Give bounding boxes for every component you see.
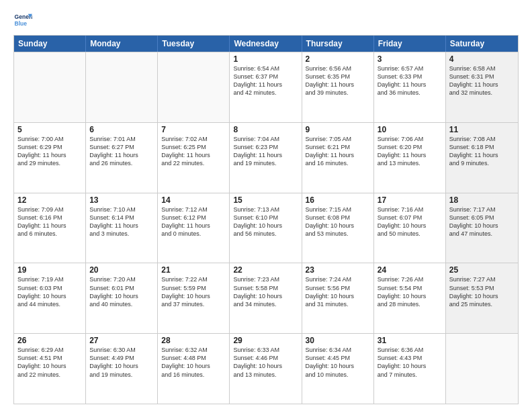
day-info: Sunrise: 7:16 AM Sunset: 6:07 PM Dayligh…: [378, 205, 442, 238]
header-day-saturday: Saturday: [446, 36, 518, 52]
day-info: Sunrise: 7:15 AM Sunset: 6:08 PM Dayligh…: [306, 205, 370, 238]
cal-cell-3-3: 22Sunrise: 7:23 AM Sunset: 5:58 PM Dayli…: [230, 263, 302, 333]
day-info: Sunrise: 6:33 AM Sunset: 4:46 PM Dayligh…: [233, 346, 298, 379]
day-number: 20: [89, 265, 154, 275]
day-number: 4: [449, 54, 515, 64]
day-info: Sunrise: 7:26 AM Sunset: 5:54 PM Dayligh…: [378, 275, 442, 308]
day-info: Sunrise: 7:00 AM Sunset: 6:29 PM Dayligh…: [17, 135, 82, 168]
cal-cell-3-2: 21Sunrise: 7:22 AM Sunset: 5:59 PM Dayli…: [158, 263, 230, 333]
cal-cell-2-0: 12Sunrise: 7:09 AM Sunset: 6:16 PM Dayli…: [14, 193, 86, 263]
cal-cell-1-3: 8Sunrise: 7:04 AM Sunset: 6:23 PM Daylig…: [230, 123, 302, 193]
header-day-thursday: Thursday: [302, 36, 374, 52]
day-number: 13: [89, 195, 154, 205]
cal-cell-0-6: 4Sunrise: 6:58 AM Sunset: 6:31 PM Daylig…: [446, 52, 518, 122]
cal-cell-2-5: 17Sunrise: 7:16 AM Sunset: 6:07 PM Dayli…: [374, 193, 446, 263]
day-number: 24: [378, 265, 442, 275]
cal-cell-0-1: [86, 52, 158, 122]
day-info: Sunrise: 7:05 AM Sunset: 6:21 PM Dayligh…: [306, 135, 370, 168]
day-number: 31: [378, 336, 442, 345]
day-number: 30: [306, 336, 370, 345]
cal-cell-4-3: 29Sunrise: 6:33 AM Sunset: 4:46 PM Dayli…: [230, 334, 302, 404]
day-number: 11: [449, 125, 515, 134]
cal-cell-4-6: [446, 334, 518, 404]
day-number: 2: [306, 54, 370, 64]
day-info: Sunrise: 6:34 AM Sunset: 4:45 PM Dayligh…: [306, 346, 370, 379]
day-info: Sunrise: 6:57 AM Sunset: 6:33 PM Dayligh…: [378, 64, 442, 97]
day-info: Sunrise: 7:22 AM Sunset: 5:59 PM Dayligh…: [161, 275, 226, 308]
header-day-tuesday: Tuesday: [158, 36, 230, 52]
logo-icon: General Blue: [13, 11, 32, 30]
day-info: Sunrise: 7:12 AM Sunset: 6:12 PM Dayligh…: [161, 205, 226, 238]
day-number: 3: [378, 54, 442, 64]
cal-cell-3-5: 24Sunrise: 7:26 AM Sunset: 5:54 PM Dayli…: [374, 263, 446, 333]
cal-cell-0-0: [14, 52, 86, 122]
cal-cell-1-2: 7Sunrise: 7:02 AM Sunset: 6:25 PM Daylig…: [158, 123, 230, 193]
day-info: Sunrise: 7:02 AM Sunset: 6:25 PM Dayligh…: [161, 135, 226, 168]
day-info: Sunrise: 6:58 AM Sunset: 6:31 PM Dayligh…: [449, 64, 515, 97]
day-info: Sunrise: 7:01 AM Sunset: 6:27 PM Dayligh…: [89, 135, 154, 168]
day-number: 9: [306, 125, 370, 134]
day-info: Sunrise: 7:20 AM Sunset: 6:01 PM Dayligh…: [89, 275, 154, 308]
cal-cell-1-1: 6Sunrise: 7:01 AM Sunset: 6:27 PM Daylig…: [86, 123, 158, 193]
day-info: Sunrise: 7:13 AM Sunset: 6:10 PM Dayligh…: [233, 205, 298, 238]
day-number: 21: [161, 265, 226, 275]
day-number: 8: [233, 125, 298, 134]
calendar-row-4: 26Sunrise: 6:29 AM Sunset: 4:51 PM Dayli…: [14, 333, 518, 404]
day-info: Sunrise: 7:17 AM Sunset: 6:05 PM Dayligh…: [449, 205, 515, 238]
day-info: Sunrise: 6:36 AM Sunset: 4:43 PM Dayligh…: [378, 346, 442, 379]
day-info: Sunrise: 6:30 AM Sunset: 4:49 PM Dayligh…: [89, 346, 154, 379]
day-number: 18: [449, 195, 515, 205]
day-number: 5: [17, 125, 82, 134]
day-info: Sunrise: 6:32 AM Sunset: 4:48 PM Dayligh…: [161, 346, 226, 379]
day-info: Sunrise: 7:09 AM Sunset: 6:16 PM Dayligh…: [17, 205, 82, 238]
cal-cell-4-1: 27Sunrise: 6:30 AM Sunset: 4:49 PM Dayli…: [86, 334, 158, 404]
cal-cell-0-4: 2Sunrise: 6:56 AM Sunset: 6:35 PM Daylig…: [302, 52, 374, 122]
header-day-monday: Monday: [86, 36, 158, 52]
cal-cell-0-2: [158, 52, 230, 122]
cal-cell-0-3: 1Sunrise: 6:54 AM Sunset: 6:37 PM Daylig…: [230, 52, 302, 122]
header-day-wednesday: Wednesday: [230, 36, 302, 52]
day-number: 28: [161, 336, 226, 345]
cal-cell-3-0: 19Sunrise: 7:19 AM Sunset: 6:03 PM Dayli…: [14, 263, 86, 333]
calendar-row-0: 1Sunrise: 6:54 AM Sunset: 6:37 PM Daylig…: [14, 52, 518, 122]
day-number: 15: [233, 195, 298, 205]
day-number: 1: [233, 54, 298, 64]
day-info: Sunrise: 7:10 AM Sunset: 6:14 PM Dayligh…: [89, 205, 154, 238]
cal-cell-3-4: 23Sunrise: 7:24 AM Sunset: 5:56 PM Dayli…: [302, 263, 374, 333]
day-info: Sunrise: 7:24 AM Sunset: 5:56 PM Dayligh…: [306, 275, 370, 308]
day-info: Sunrise: 6:29 AM Sunset: 4:51 PM Dayligh…: [17, 346, 82, 379]
header-day-friday: Friday: [374, 36, 446, 52]
day-info: Sunrise: 6:54 AM Sunset: 6:37 PM Dayligh…: [233, 64, 298, 97]
day-info: Sunrise: 7:04 AM Sunset: 6:23 PM Dayligh…: [233, 135, 298, 168]
calendar-row-3: 19Sunrise: 7:19 AM Sunset: 6:03 PM Dayli…: [14, 263, 518, 333]
cal-cell-2-4: 16Sunrise: 7:15 AM Sunset: 6:08 PM Dayli…: [302, 193, 374, 263]
cal-cell-1-5: 10Sunrise: 7:06 AM Sunset: 6:20 PM Dayli…: [374, 123, 446, 193]
cal-cell-1-0: 5Sunrise: 7:00 AM Sunset: 6:29 PM Daylig…: [14, 123, 86, 193]
cal-cell-2-1: 13Sunrise: 7:10 AM Sunset: 6:14 PM Dayli…: [86, 193, 158, 263]
day-number: 29: [233, 336, 298, 345]
day-number: 12: [17, 195, 82, 205]
logo: General Blue: [13, 11, 35, 30]
day-info: Sunrise: 6:56 AM Sunset: 6:35 PM Dayligh…: [306, 64, 370, 97]
day-number: 10: [378, 125, 442, 134]
cal-cell-2-6: 18Sunrise: 7:17 AM Sunset: 6:05 PM Dayli…: [446, 193, 518, 263]
day-info: Sunrise: 7:27 AM Sunset: 5:53 PM Dayligh…: [449, 275, 515, 308]
cal-cell-2-2: 14Sunrise: 7:12 AM Sunset: 6:12 PM Dayli…: [158, 193, 230, 263]
day-number: 14: [161, 195, 226, 205]
page: General Blue SundayMondayTuesdayWednesda…: [0, 0, 532, 411]
cal-cell-4-0: 26Sunrise: 6:29 AM Sunset: 4:51 PM Dayli…: [14, 334, 86, 404]
calendar-row-1: 5Sunrise: 7:00 AM Sunset: 6:29 PM Daylig…: [14, 122, 518, 193]
day-info: Sunrise: 7:06 AM Sunset: 6:20 PM Dayligh…: [378, 135, 442, 168]
day-number: 25: [449, 265, 515, 275]
day-number: 27: [89, 336, 154, 345]
cal-cell-1-4: 9Sunrise: 7:05 AM Sunset: 6:21 PM Daylig…: [302, 123, 374, 193]
svg-text:Blue: Blue: [15, 20, 28, 27]
day-info: Sunrise: 7:08 AM Sunset: 6:18 PM Dayligh…: [449, 135, 515, 168]
header: General Blue: [13, 11, 519, 30]
day-number: 6: [89, 125, 154, 134]
day-number: 22: [233, 265, 298, 275]
cal-cell-3-6: 25Sunrise: 7:27 AM Sunset: 5:53 PM Dayli…: [446, 263, 518, 333]
calendar-row-2: 12Sunrise: 7:09 AM Sunset: 6:16 PM Dayli…: [14, 193, 518, 263]
cal-cell-4-2: 28Sunrise: 6:32 AM Sunset: 4:48 PM Dayli…: [158, 334, 230, 404]
day-number: 16: [306, 195, 370, 205]
